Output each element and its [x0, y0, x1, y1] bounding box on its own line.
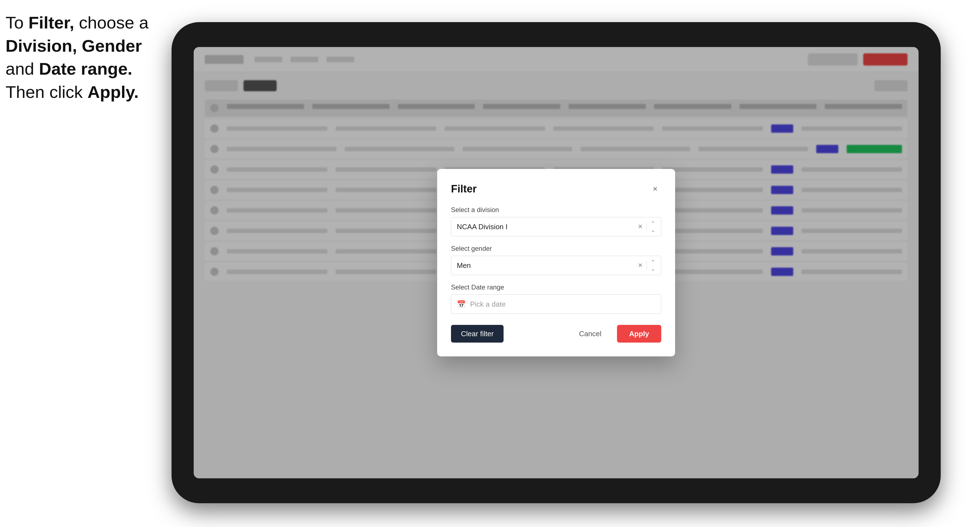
gender-arrow-icon: ⌃⌄ [651, 259, 655, 272]
modal-close-button[interactable]: × [649, 183, 661, 195]
date-form-group: Select Date range 📅 Pick a date [451, 283, 661, 314]
division-form-group: Select a division NCAA Division I ✕ ⌃⌄ [451, 206, 661, 237]
date-label: Select Date range [451, 283, 661, 291]
division-arrow-icon: ⌃⌄ [651, 220, 655, 233]
gender-label: Select gender [451, 245, 661, 252]
modal-overlay: Filter × Select a division NCAA Division… [194, 47, 919, 478]
date-input[interactable]: 📅 Pick a date [451, 294, 661, 314]
tablet-frame: Filter × Select a division NCAA Division… [172, 22, 941, 503]
division-value: NCAA Division I [457, 222, 508, 231]
gender-form-group: Select gender Men ✕ ⌃⌄ [451, 245, 661, 275]
modal-title: Filter [451, 183, 477, 195]
filter-modal: Filter × Select a division NCAA Division… [437, 169, 675, 356]
footer-right: Cancel Apply [569, 325, 661, 343]
modal-footer: Clear filter Cancel Apply [451, 325, 661, 343]
calendar-icon: 📅 [457, 300, 466, 309]
gender-value: Men [457, 261, 471, 270]
division-controls: ✕ ⌃⌄ [638, 220, 655, 233]
instruction-line4: Then click Apply. [6, 83, 138, 102]
gender-controls: ✕ ⌃⌄ [638, 259, 655, 272]
clear-filter-button[interactable]: Clear filter [451, 325, 504, 343]
tablet-screen: Filter × Select a division NCAA Division… [194, 47, 919, 478]
division-label: Select a division [451, 206, 661, 214]
gender-clear-icon[interactable]: ✕ [638, 262, 643, 269]
instruction-line3: and Date range. [6, 59, 132, 78]
date-placeholder: Pick a date [470, 300, 506, 309]
modal-header: Filter × [451, 183, 661, 195]
apply-button[interactable]: Apply [617, 325, 661, 343]
instruction-line1: To Filter, choose a [6, 13, 149, 32]
division-clear-icon[interactable]: ✕ [638, 223, 643, 230]
division-select[interactable]: NCAA Division I ✕ ⌃⌄ [451, 217, 661, 237]
cancel-button[interactable]: Cancel [569, 325, 611, 343]
instruction-text: To Filter, choose a Division, Gender and… [6, 11, 149, 104]
instruction-bold2: Division, Gender [6, 36, 142, 55]
gender-select[interactable]: Men ✕ ⌃⌄ [451, 256, 661, 275]
